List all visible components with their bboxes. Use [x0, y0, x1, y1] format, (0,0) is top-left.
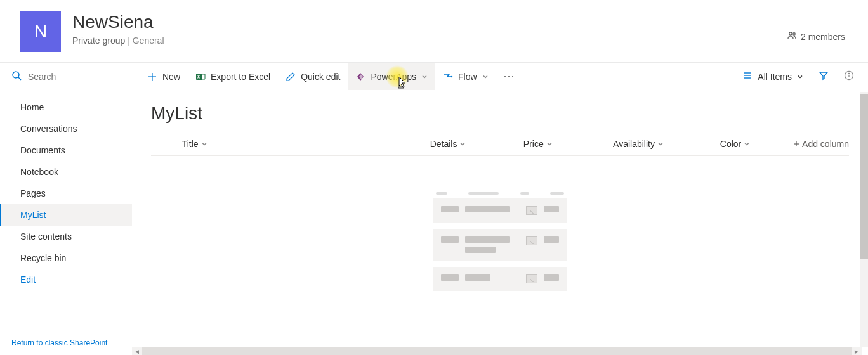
- search-icon: [11, 70, 22, 83]
- chevron-down-icon: [657, 141, 664, 147]
- nav-edit-link[interactable]: Edit: [0, 269, 132, 290]
- chevron-down-icon: [459, 141, 466, 147]
- column-header-price[interactable]: Price: [466, 139, 552, 149]
- nav-pages[interactable]: Pages: [0, 183, 132, 204]
- nav-notebook[interactable]: Notebook: [0, 161, 132, 183]
- column-header-availability[interactable]: Availability: [553, 139, 664, 149]
- list-canvas: MyList Title Details Price Availability: [132, 91, 868, 354]
- nav-conversations[interactable]: Conversations: [0, 118, 132, 139]
- filter-button[interactable]: [812, 63, 835, 90]
- svg-rect-6: [196, 74, 202, 80]
- plus-icon: [147, 72, 157, 82]
- site-header: N NewSiena Private group | General 2 mem…: [0, 0, 868, 62]
- members-link[interactable]: 2 members: [787, 30, 845, 42]
- svg-point-1: [793, 33, 796, 36]
- flow-icon: [443, 72, 453, 82]
- site-title-area: NewSiena Private group | General: [72, 11, 164, 46]
- column-headers: Title Details Price Availability Color: [151, 139, 849, 156]
- overflow-menu-button[interactable]: ···: [496, 70, 523, 83]
- members-icon: [787, 30, 797, 42]
- horizontal-scrollbar[interactable]: ◄ ►: [132, 347, 862, 355]
- add-column-button[interactable]: Add column: [750, 139, 849, 149]
- chevron-down-icon: [421, 74, 428, 80]
- svg-point-7: [452, 76, 452, 77]
- powerapps-icon: [355, 72, 365, 82]
- pencil-icon: [286, 72, 296, 82]
- chevron-down-icon: [546, 141, 553, 147]
- site-subtitle: Private group | General: [72, 36, 164, 46]
- empty-list-illustration: [433, 192, 567, 297]
- nav-list: Home Conversations Documents Notebook Pa…: [0, 91, 132, 332]
- info-icon: [844, 70, 854, 83]
- nav-documents[interactable]: Documents: [0, 139, 132, 161]
- svg-line-3: [18, 77, 21, 80]
- search-input[interactable]: [28, 72, 121, 82]
- nav-home[interactable]: Home: [0, 96, 132, 118]
- powerapps-button[interactable]: PowerApps: [348, 63, 435, 90]
- export-excel-button[interactable]: Export to Excel: [188, 63, 278, 90]
- chevron-down-icon: [797, 74, 803, 80]
- vertical-scrollbar[interactable]: [860, 92, 868, 347]
- plus-icon: [793, 139, 799, 149]
- chevron-down-icon: [482, 74, 489, 80]
- svg-point-2: [13, 72, 19, 78]
- site-logo[interactable]: N: [20, 11, 61, 52]
- view-selector[interactable]: All Items: [736, 70, 810, 82]
- column-header-details[interactable]: Details: [367, 139, 466, 149]
- excel-icon: [195, 72, 206, 82]
- filter-icon: [819, 70, 829, 83]
- nav-site-contents[interactable]: Site contents: [0, 226, 132, 247]
- chevron-down-icon: [744, 141, 750, 147]
- column-header-color[interactable]: Color: [664, 139, 750, 149]
- list-title: MyList: [151, 103, 849, 124]
- column-header-title[interactable]: Title: [182, 139, 367, 149]
- site-title[interactable]: NewSiena: [72, 11, 164, 33]
- svg-point-13: [848, 73, 849, 74]
- svg-point-0: [789, 32, 792, 35]
- info-pane-button[interactable]: [838, 63, 860, 90]
- list-view-icon: [742, 70, 753, 82]
- command-bar: New Export to Excel Quick edit PowerApps: [132, 63, 868, 91]
- nav-recycle-bin[interactable]: Recycle bin: [0, 247, 132, 269]
- left-navigation: Home Conversations Documents Notebook Pa…: [0, 63, 132, 354]
- chevron-down-icon: [201, 141, 207, 147]
- quick-edit-button[interactable]: Quick edit: [278, 63, 348, 90]
- search-box[interactable]: [0, 63, 132, 91]
- classic-sharepoint-link[interactable]: Return to classic SharePoint: [0, 332, 132, 354]
- nav-mylist[interactable]: MyList: [0, 204, 132, 226]
- flow-button[interactable]: Flow: [435, 63, 496, 90]
- new-button[interactable]: New: [140, 63, 188, 90]
